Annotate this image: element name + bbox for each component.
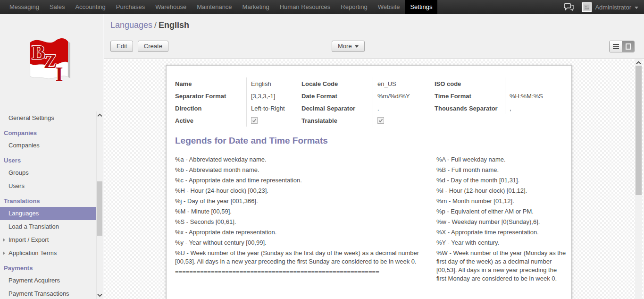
sidebar-item-load-a-translation[interactable]: Load a Translation — [0, 220, 96, 233]
field-row-direction: Direction Left-to-Right — [175, 102, 301, 114]
topbar: Messaging Sales Accounting Purchases War… — [0, 0, 644, 14]
field-value: English — [247, 80, 271, 87]
breadcrumb: Languages/English — [110, 20, 189, 30]
content-header: Languages/English Edit Create More — [104, 14, 644, 59]
nav-settings[interactable]: Settings — [405, 0, 437, 14]
field-value: en_US — [373, 80, 396, 87]
nav-marketing[interactable]: Marketing — [237, 0, 275, 14]
language-fields: Name English Separator Format [3,3,3,-1]… — [175, 77, 568, 127]
legend-item: %S - Seconds [00,61]. — [175, 218, 422, 226]
field-label: ISO code — [435, 77, 505, 90]
svg-text:Z: Z — [43, 50, 57, 72]
form-sheet: Name English Separator Format [3,3,3,-1]… — [166, 65, 572, 299]
field-label: Active — [175, 114, 247, 127]
breadcrumb-languages-link[interactable]: Languages — [110, 20, 152, 30]
legend-item: %p - Equivalent of either AM or PM. — [436, 207, 567, 216]
sidebar-item-users[interactable]: Users — [0, 179, 96, 193]
legend-item: %j - Day of the year [001,366]. — [175, 197, 422, 205]
expand-arrow-icon[interactable] — [3, 238, 5, 242]
sidebar-scrollbar[interactable] — [96, 111, 102, 299]
legend-item: %c - Appropriate date and time represent… — [175, 176, 422, 185]
nav-reporting[interactable]: Reporting — [335, 0, 372, 14]
main-scrollbar[interactable] — [635, 59, 642, 299]
translatable-checkbox — [377, 117, 384, 124]
field-label: Separator Format — [175, 90, 247, 102]
field-group-1: Name English Separator Format [3,3,3,-1]… — [175, 77, 301, 127]
main-area: Name English Separator Format [3,3,3,-1]… — [104, 60, 644, 299]
scrollbar-thumb[interactable] — [97, 181, 102, 236]
user-menu-label[interactable]: Administrator — [595, 4, 631, 11]
sidebar-menu: General Settings Companies Companies Use… — [0, 111, 96, 299]
field-group-2: Locale Code en_US Date Format %m/%d/%Y D… — [301, 77, 435, 127]
sidebar-header-translations: Translations — [0, 193, 96, 207]
scroll-up-icon[interactable] — [636, 60, 641, 66]
chat-bubbles-icon[interactable] — [564, 3, 574, 11]
field-group-3: ISO code Time Format %H:%M:%S Thousands … — [435, 77, 568, 127]
user-avatar[interactable] — [582, 2, 592, 12]
nav-messaging[interactable]: Messaging — [4, 0, 44, 14]
sidebar-header-companies: Companies — [0, 125, 96, 139]
legend-item: %a - Abbreviated weekday name. — [175, 155, 422, 164]
company-logo: B Z I — [0, 33, 96, 88]
breadcrumb-current: English — [159, 20, 189, 30]
chevron-down-icon[interactable] — [635, 7, 638, 9]
sidebar-item-general-settings[interactable]: General Settings — [0, 111, 96, 125]
field-value: , — [505, 105, 511, 112]
legend-separator-line: ========================================… — [175, 268, 422, 276]
avatar-placeholder-icon — [583, 3, 591, 11]
field-label: Locale Code — [301, 77, 373, 90]
sidebar-item-label: Import / Export — [8, 236, 49, 243]
sidebar-item-languages[interactable]: Languages — [0, 207, 96, 220]
legend-item: %X - Appropriate time representation. — [436, 228, 567, 237]
form-view-icon — [626, 43, 631, 50]
nav-warehouse[interactable]: Warehouse — [150, 0, 192, 14]
svg-text:I: I — [55, 63, 63, 85]
nav-maintenance[interactable]: Maintenance — [192, 0, 237, 14]
scroll-down-icon[interactable] — [97, 292, 102, 298]
field-row-separator-format: Separator Format [3,3,3,-1] — [175, 90, 301, 102]
field-label: Decimal Separator — [301, 102, 373, 114]
chevron-down-icon — [355, 45, 359, 48]
nav-sales[interactable]: Sales — [44, 0, 70, 14]
sidebar-item-application-terms[interactable]: Application Terms — [0, 247, 96, 260]
field-row-thousands-separator: Thousands Separator , — [435, 102, 568, 114]
sidebar-item-payment-acquirers[interactable]: Payment Acquirers — [0, 274, 96, 287]
nav-purchases[interactable]: Purchases — [111, 0, 150, 14]
field-value: %m/%d/%Y — [373, 93, 410, 100]
scroll-up-icon[interactable] — [97, 112, 102, 118]
edit-button[interactable]: Edit — [110, 41, 133, 52]
scrollbar-thumb[interactable] — [636, 66, 642, 195]
sidebar-item-companies[interactable]: Companies — [0, 139, 96, 152]
legend-item: %B - Full month name. — [436, 166, 567, 174]
sidebar-header-payments: Payments — [0, 260, 96, 274]
field-row-translatable: Translatable — [301, 114, 435, 127]
more-dropdown-button[interactable]: More — [332, 41, 365, 52]
legend-item: %W - Week number of the year (Monday as … — [436, 249, 567, 283]
sidebar-item-import-export[interactable]: Import / Export — [0, 233, 96, 247]
sidebar-item-groups[interactable]: Groups — [0, 166, 96, 179]
sidebar-header-users: Users — [0, 152, 96, 166]
form-view-button[interactable] — [622, 41, 634, 52]
expand-arrow-icon[interactable] — [3, 251, 5, 255]
legend-right-column: %A - Full weekday name. %B - Full month … — [436, 155, 567, 285]
legend-item: %U - Week number of the year (Sunday as … — [175, 249, 422, 266]
nav-accounting[interactable]: Accounting — [70, 0, 110, 14]
sidebar-item-payment-transactions[interactable]: Payment Transactions — [0, 287, 96, 299]
legend-title: Legends for Date and Time Formats — [175, 136, 328, 146]
field-label: Date Format — [301, 90, 373, 102]
legend-item: %x - Appropriate date representation. — [175, 228, 422, 237]
list-view-icon — [613, 44, 619, 49]
nav-human-resources[interactable]: Human Resources — [275, 0, 336, 14]
field-row-decimal-separator: Decimal Separator . — [301, 102, 435, 114]
list-view-button[interactable] — [610, 41, 622, 52]
legend-item: %w - Weekday number [0(Sunday),6]. — [436, 218, 567, 226]
field-row-date-format: Date Format %m/%d/%Y — [301, 90, 435, 102]
legend-item: %d - Day of the month [01,31]. — [436, 176, 567, 185]
field-label: Thousands Separator — [435, 102, 505, 114]
create-button[interactable]: Create — [138, 41, 168, 52]
legend-left-column: %a - Abbreviated weekday name. %b - Abbr… — [175, 155, 422, 278]
legend-item: %A - Full weekday name. — [436, 155, 567, 164]
nav-website[interactable]: Website — [373, 0, 405, 14]
field-row-name: Name English — [175, 77, 301, 90]
field-value: Left-to-Right — [247, 105, 285, 112]
